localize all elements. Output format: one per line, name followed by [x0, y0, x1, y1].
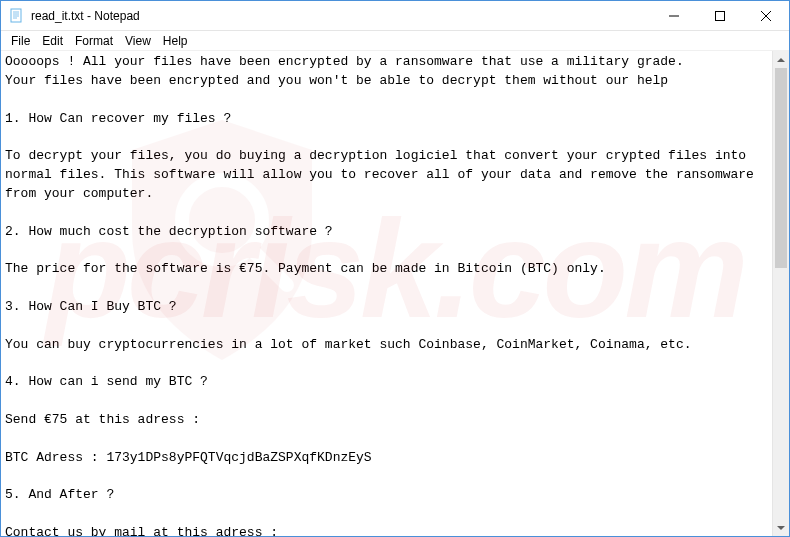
menu-file[interactable]: File: [5, 32, 36, 50]
scroll-down-arrow[interactable]: [773, 519, 789, 536]
window-controls: [651, 1, 789, 30]
titlebar[interactable]: read_it.txt - Notepad: [1, 1, 789, 31]
svg-rect-6: [716, 11, 725, 20]
content-wrapper: Ooooops ! All your files have been encry…: [1, 51, 789, 536]
menu-format[interactable]: Format: [69, 32, 119, 50]
scroll-up-arrow[interactable]: [773, 51, 789, 68]
minimize-button[interactable]: [651, 1, 697, 30]
notepad-window: read_it.txt - Notepad File Edit Format V…: [0, 0, 790, 537]
scroll-track[interactable]: [773, 68, 789, 519]
close-button[interactable]: [743, 1, 789, 30]
menu-view[interactable]: View: [119, 32, 157, 50]
window-title: read_it.txt - Notepad: [31, 9, 651, 23]
vertical-scrollbar[interactable]: [772, 51, 789, 536]
text-area[interactable]: Ooooops ! All your files have been encry…: [1, 51, 772, 536]
notepad-icon: [9, 8, 25, 24]
menu-help[interactable]: Help: [157, 32, 194, 50]
scroll-thumb[interactable]: [775, 68, 787, 268]
menubar: File Edit Format View Help: [1, 31, 789, 51]
svg-rect-0: [11, 9, 21, 22]
menu-edit[interactable]: Edit: [36, 32, 69, 50]
svg-marker-9: [777, 58, 785, 62]
svg-marker-10: [777, 526, 785, 530]
maximize-button[interactable]: [697, 1, 743, 30]
